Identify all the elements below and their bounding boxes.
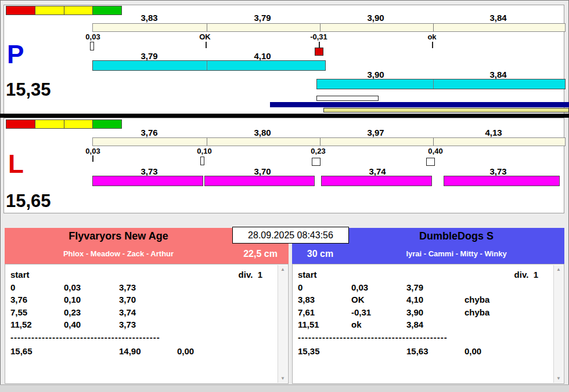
start-lights-l [6,119,122,129]
separator-line: ----------------------------------------… [5,331,288,344]
split-time: 3,97 [355,128,396,137]
scrollbar[interactable]: ▲ ▼ [553,265,563,383]
division-label: div. 1 [514,268,538,281]
scroll-down-icon[interactable]: ▼ [554,374,563,383]
note-cell [464,318,552,331]
team-left-members: Phlox - Meadow - Zack - Arthur [5,249,232,258]
tick-mark [92,155,93,162]
lane-letter-l: L [8,151,24,177]
pass-slot-marker [90,42,94,50]
time-cell: 3,70 [119,293,177,306]
dog-time: 3,90 [355,70,396,79]
totals-row: 15,35 15,63 0,00 [293,345,564,358]
run-bar-p2 [316,79,566,89]
pass-slot-marker [426,158,435,166]
run-bar-l3 [321,176,432,186]
team-right-results-panel: start div. 1 0 0,03 3,79 3,83 OK 4,10 ch… [292,264,564,384]
totals-row: 15,65 14,90 0,00 [5,345,288,358]
cum-time-cell: 11,51 [298,318,351,331]
pass-slot-marker [200,157,204,165]
bar-divider [207,61,207,70]
cum-time-cell: 3,83 [298,293,351,306]
scroll-up-icon[interactable]: ▲ [278,265,287,274]
note-cell [177,306,276,319]
start-cell: ok [351,318,406,331]
start-lights-p [6,6,122,15]
total-time-cell: 15,65 [10,345,64,358]
time-cell: 3,73 [119,281,177,294]
team-left-jump-height: 22,5 cm [232,249,289,259]
table-row: 0 0,03 3,79 [293,281,564,294]
dog-time: 3,84 [478,70,518,79]
split-time: 3,80 [242,128,283,137]
lane-letter-p: P [7,42,24,67]
lane-total-p: 15,35 [6,81,51,99]
light-yellow-1 [35,120,64,128]
team-left-results-panel: start div. 1 0 0,03 3,73 3,76 0,10 3,70 … [5,264,289,384]
start-mark: 0,10 [184,147,225,155]
start-mark: 0,03 [73,147,113,155]
start-mark: 0,40 [415,147,456,155]
table-row: 11,52 0,40 3,73 [5,318,288,331]
start-cell: 0,23 [64,306,119,319]
start-mark: 0,03 [73,32,113,41]
scroll-up-icon[interactable]: ▲ [554,265,563,274]
cum-time-cell: 0 [298,281,351,294]
run-bar-l2 [204,176,315,186]
clock-display: 28.09.2025 08:43:56 [232,227,349,244]
spacer-cell [64,345,119,358]
start-cell: OK [351,293,406,306]
dog-time: 4,10 [242,51,283,61]
note-cell [464,281,552,294]
time-cell: 4,10 [406,293,464,306]
run-bar-l4 [444,176,560,186]
table-row: 7,55 0,23 3,74 [5,306,288,319]
start-cell: -0,31 [351,306,406,319]
team-right-name: DumbleDogs S [348,230,564,242]
sum-time-cell: 15,63 [406,345,464,358]
cum-time-cell: 3,76 [10,293,64,306]
light-green [93,120,121,128]
light-red [6,6,35,14]
bar-divider [320,24,320,31]
light-red [6,120,35,128]
tick-mark [206,42,207,48]
start-cell: 0,03 [351,281,406,294]
start-cell: 0,10 [64,293,119,306]
note-cell [177,293,276,306]
scroll-down-icon[interactable]: ▼ [278,374,287,383]
dog-time: 3,73 [129,166,170,176]
pass-slot-marker [312,158,320,166]
scrollbar[interactable]: ▲ ▼ [278,265,287,383]
light-yellow-1 [35,6,64,14]
light-green [93,6,121,14]
cum-time-cell: 0 [10,281,64,294]
time-cell: 3,90 [406,306,464,319]
bar-divider [320,138,320,146]
start-label: start [298,268,351,281]
run-bar-l1 [92,176,203,186]
fault-marker [315,48,323,56]
total-time-cell: 15,35 [298,345,351,358]
bar-divider [207,138,207,146]
sum-time-cell: 14,90 [119,345,177,358]
start-mark: -0,31 [298,32,339,41]
time-cell: 3,79 [406,281,464,294]
split-time: 4,13 [473,128,514,137]
table-row: 0 0,03 3,73 [5,281,288,294]
split-scale-bar [92,23,566,32]
light-yellow-2 [64,6,93,14]
start-mark: 0,23 [298,147,338,155]
progress-yellow-bar [323,108,569,112]
results-header-row: start div. 1 [293,268,564,281]
dog-time: 3,79 [129,51,170,61]
split-time: 3,83 [129,13,170,23]
division-label: div. 1 [239,268,262,281]
results-header-row: start div. 1 [5,268,288,281]
run-bar-p1 [92,60,326,71]
cum-time-cell: 7,61 [298,306,351,319]
spacer-cell [351,345,406,358]
note-cell: chyba [464,293,552,306]
table-row: 3,76 0,10 3,70 [5,293,288,306]
dog-time: 3,73 [478,166,518,176]
